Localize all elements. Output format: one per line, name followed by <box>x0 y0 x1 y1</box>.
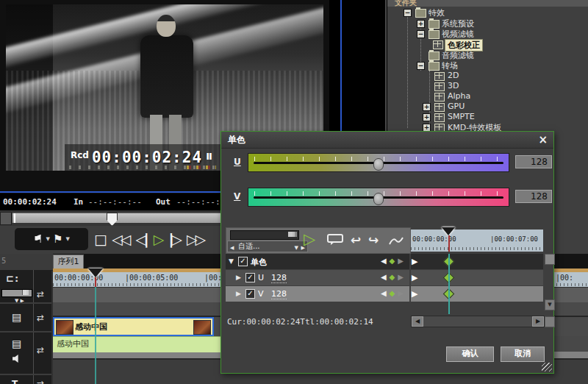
bin-column-header: 文件夹 <box>387 0 588 7</box>
prev-keyframe-icon[interactable]: ◀ <box>381 257 390 265</box>
mark-out-button[interactable]: ⚑ <box>53 232 62 246</box>
kf-row-monochrome[interactable]: ▼ ✓ 单色 ◀◆▶ <box>226 254 409 269</box>
sync-toggle-icon[interactable]: ⇄ <box>37 345 44 355</box>
kf-track-monochrome[interactable]: ▶ <box>411 254 543 269</box>
category-icon <box>434 72 445 81</box>
expand-icon[interactable]: + <box>423 113 431 121</box>
collapse-icon[interactable]: − <box>417 30 425 38</box>
next-keyframe-icon[interactable]: ▶ <box>398 289 406 297</box>
close-icon[interactable]: × <box>538 133 548 146</box>
next-keyframe-icon[interactable]: ▶ <box>398 273 406 281</box>
folder-icon <box>429 62 440 71</box>
kf-ruler-label: |00:00:07:00 <box>490 235 538 243</box>
sequence-tab[interactable]: 序列1 <box>53 255 84 269</box>
mark-in-caret-icon[interactable]: ▼ <box>46 236 50 242</box>
dialog-titlebar[interactable]: 单色 × <box>221 132 553 149</box>
step-back-button[interactable]: ◁| <box>135 231 147 247</box>
add-keyframe-icon[interactable]: ◆ <box>390 289 398 297</box>
audio-clip[interactable]: 感动中国 <box>53 336 222 352</box>
play-button[interactable]: ▷ <box>154 231 162 247</box>
rcd-timecode: 00:00:02:24 <box>92 149 202 166</box>
folder-icon <box>429 30 440 39</box>
confirm-button[interactable]: 确认 <box>446 346 494 362</box>
keyframe-zoom-slider[interactable] <box>230 230 299 240</box>
kf-track-u[interactable]: ▶ <box>411 270 543 285</box>
enable-checkbox[interactable]: ✓ <box>238 257 248 266</box>
expand-icon[interactable]: ▶ <box>236 274 241 281</box>
pause-indicator-icon: II <box>206 151 212 162</box>
u-value-box[interactable]: 128 <box>515 155 552 168</box>
expand-icon[interactable]: + <box>417 20 425 28</box>
enable-checkbox[interactable]: ✓ <box>245 289 255 299</box>
kf-row-u[interactable]: ▶ ✓ U 128 ◀◆▶ <box>226 270 409 285</box>
category-icon <box>434 113 445 122</box>
fast-forward-button[interactable]: ▷▷ <box>187 231 204 247</box>
v-value-box[interactable]: 128 <box>515 190 552 203</box>
kf-row-v[interactable]: ▶ ✓ V 128 ◀◆▶ <box>226 286 409 302</box>
timeline-playhead-marker[interactable] <box>88 269 103 277</box>
keyframe-play-button[interactable]: ▷ <box>304 230 315 248</box>
scroll-left-button[interactable]: ◀ <box>412 316 423 327</box>
person-silhouette <box>140 35 193 118</box>
collapse-icon[interactable]: − <box>417 62 425 70</box>
prev-keyframe-icon[interactable]: ◀ <box>381 289 390 297</box>
seek-bar-cap <box>0 212 12 225</box>
in-label: In <box>74 197 83 207</box>
prev-keyframe-icon[interactable]: ◀ <box>381 273 390 281</box>
keyframe-ruler[interactable]: 00:00:00:00 |00:00:07:00 <box>411 230 543 252</box>
keyframe-playhead-marker[interactable] <box>442 227 455 235</box>
playhead-line-ruler <box>95 277 96 287</box>
next-keyframe-icon[interactable]: ▶ <box>398 257 406 265</box>
video-track-icon: ▤ <box>12 311 21 323</box>
stop-button[interactable]: □ <box>94 231 105 247</box>
sync-toggle-icon[interactable]: ⇄ <box>37 289 44 299</box>
track-header-column: ⊏: ▼▶ ⇄ ▤ ⇄ ▤ ⇄ T ⇄ <box>0 270 51 384</box>
v-gradient-slider[interactable] <box>248 188 509 207</box>
expand-icon[interactable]: + <box>423 103 431 111</box>
category-icon <box>434 103 445 112</box>
expand-icon[interactable]: ▶ <box>236 290 241 297</box>
enable-checkbox[interactable]: ✓ <box>245 273 255 282</box>
sync-toggle-icon[interactable]: ⇄ <box>37 379 44 384</box>
comment-bubble-icon[interactable] <box>327 234 343 249</box>
caret-icon[interactable]: ▼ <box>295 243 298 253</box>
undo-icon[interactable]: ↩ <box>351 232 361 247</box>
folder-icon <box>429 51 440 60</box>
video-clip[interactable]: 感动中国 <box>53 317 214 336</box>
u-slider-thumb[interactable] <box>373 154 384 171</box>
monochrome-dialog: 单色 × U 128 V 128 ◀ 自适... ▼ ▶ ▷ <box>220 131 554 374</box>
audio-meter-peaks <box>187 166 216 169</box>
preset-dropdown[interactable]: ◀ 自适... ▼ ▶ <box>227 241 308 252</box>
v-slider-thumb[interactable] <box>373 189 384 206</box>
scroll-up-button[interactable] <box>545 254 555 265</box>
curve-editor-icon[interactable] <box>389 235 404 249</box>
corner-label: 5 <box>1 257 6 265</box>
timeline-zoom-slider[interactable] <box>1 289 32 297</box>
mark-out-caret-icon[interactable]: ▼ <box>65 236 69 242</box>
collapse-icon[interactable]: − <box>404 9 412 17</box>
kf-track-v[interactable]: ▶ <box>411 286 543 302</box>
cancel-button[interactable]: 取消 <box>501 346 545 362</box>
add-keyframe-icon[interactable]: ◆ <box>390 273 398 281</box>
resize-grip[interactable] <box>542 363 552 371</box>
scroll-down-button[interactable]: ▼ <box>545 299 555 310</box>
step-forward-button[interactable]: |▷ <box>168 231 180 247</box>
collapse-icon[interactable]: ▼ <box>229 257 234 265</box>
sync-toggle-icon[interactable]: ⇄ <box>37 313 44 323</box>
link-mode-icon[interactable]: ⊏: <box>6 273 19 284</box>
add-keyframe-icon[interactable]: ◆ <box>390 257 398 265</box>
seek-playhead-handle[interactable] <box>107 213 118 226</box>
mark-in-button[interactable]: ⚑ <box>33 232 43 246</box>
dropdown-left-icon[interactable]: ◀ <box>230 243 234 253</box>
current-timecode: 00:00:02:24 <box>3 197 57 207</box>
scroll-right-button[interactable]: ▶ <box>532 316 544 327</box>
rewind-button[interactable]: ◁◁ <box>112 231 129 247</box>
horizontal-scrollbar[interactable]: ◀ ▶ <box>411 316 545 327</box>
mark-buttons-group: ⚑ ▼ ⚑ ▼ <box>15 228 88 250</box>
playhead-line-tracks <box>95 287 96 384</box>
clip-thumbnail <box>56 320 74 335</box>
effect-icon <box>433 40 443 49</box>
u-gradient-slider[interactable] <box>248 153 509 172</box>
clip-start-marker-icon: ▶ <box>412 257 417 266</box>
redo-icon[interactable]: ↪ <box>368 232 379 247</box>
